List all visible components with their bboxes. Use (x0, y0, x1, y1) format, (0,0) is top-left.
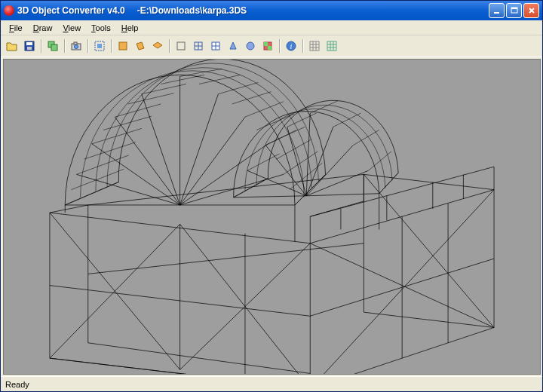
screenshot-button[interactable] (68, 38, 84, 54)
app-title: 3D Object Converter v4.0 (17, 5, 125, 16)
svg-line-45 (88, 243, 364, 274)
maximize-button[interactable] (506, 3, 522, 18)
svg-line-65 (92, 144, 180, 205)
grid-a-button[interactable] (306, 38, 323, 54)
svg-line-72 (180, 174, 284, 205)
svg-marker-5 (7, 43, 17, 51)
svg-line-75 (76, 155, 128, 174)
svg-rect-13 (74, 42, 77, 44)
view-side-button[interactable] (132, 38, 149, 54)
menu-draw[interactable]: Draw (28, 22, 58, 34)
svg-point-27 (247, 42, 254, 50)
view-front-button[interactable] (115, 38, 131, 54)
close-button[interactable] (523, 3, 539, 18)
svg-line-74 (65, 182, 118, 205)
svg-line-92 (256, 114, 294, 130)
minimize-button[interactable] (489, 3, 505, 18)
save-button[interactable] (21, 38, 38, 54)
open-button[interactable] (4, 38, 20, 54)
wireframe-button[interactable] (190, 38, 207, 54)
svg-line-91 (232, 92, 272, 104)
svg-marker-17 (137, 42, 144, 50)
svg-line-100 (287, 127, 306, 195)
view-top-button[interactable] (149, 38, 166, 54)
svg-line-78 (142, 84, 186, 94)
status-text: Ready (5, 380, 29, 389)
svg-line-71 (180, 144, 268, 205)
window-buttons (489, 3, 539, 18)
svg-line-89 (161, 75, 204, 84)
svg-line-103 (306, 145, 353, 196)
wireframe-model (4, 60, 540, 375)
grid-b-button[interactable] (324, 38, 340, 54)
titlebar: 3D Object Converter v4.0 -E:\Downloads\k… (1, 1, 542, 20)
svg-line-3 (529, 8, 534, 13)
bbox-button[interactable] (173, 38, 189, 54)
svg-line-114 (379, 173, 398, 193)
fit-view-button[interactable] (91, 38, 108, 54)
svg-rect-29 (264, 42, 268, 46)
svg-line-107 (247, 154, 280, 170)
svg-point-12 (75, 45, 78, 49)
menu-tools[interactable]: Tools (86, 22, 116, 34)
svg-rect-15 (97, 44, 102, 48)
svg-line-76 (92, 128, 142, 143)
textured-button[interactable] (259, 38, 276, 54)
svg-line-101 (306, 113, 310, 196)
svg-line-109 (287, 113, 317, 127)
svg-line-66 (115, 117, 179, 205)
app-window: 3D Object Converter v4.0 -E:\Downloads\k… (0, 0, 543, 392)
svg-line-104 (306, 170, 368, 196)
svg-rect-0 (494, 12, 499, 14)
svg-rect-1 (511, 8, 517, 13)
menubar: File Draw View Tools Help (1, 20, 542, 35)
svg-line-69 (180, 94, 219, 205)
svg-line-4 (529, 8, 534, 13)
svg-text:i: i (290, 42, 293, 51)
svg-line-97 (234, 196, 306, 198)
svg-line-112 (353, 130, 379, 145)
svg-line-81 (245, 102, 284, 117)
menu-view[interactable]: View (57, 22, 86, 34)
app-icon (4, 5, 14, 16)
svg-rect-10 (51, 44, 57, 51)
file-path: -E:\Downloads\karpa.3DS (137, 5, 247, 16)
menu-file[interactable]: File (4, 22, 28, 34)
svg-line-113 (368, 152, 391, 170)
svg-marker-18 (153, 42, 162, 48)
batch-convert-button[interactable] (44, 38, 61, 54)
statusbar: Ready (1, 376, 542, 391)
toolbar: i (1, 35, 542, 57)
hidden-line-button[interactable] (207, 38, 224, 54)
svg-rect-38 (327, 41, 336, 51)
svg-line-51 (50, 224, 180, 358)
svg-line-105 (306, 194, 379, 196)
svg-rect-2 (511, 8, 517, 9)
svg-line-99 (265, 145, 306, 196)
svg-line-111 (333, 113, 361, 127)
info-button[interactable]: i (283, 38, 299, 54)
svg-rect-19 (177, 42, 185, 50)
svg-marker-26 (230, 42, 236, 49)
flat-shade-button[interactable] (225, 38, 241, 54)
svg-line-110 (310, 101, 338, 113)
viewport-container (1, 57, 542, 376)
3d-viewport[interactable] (3, 59, 541, 375)
svg-rect-16 (119, 42, 127, 50)
svg-rect-8 (27, 47, 32, 50)
svg-rect-30 (268, 46, 272, 50)
svg-line-56 (364, 174, 494, 327)
svg-line-79 (180, 69, 222, 76)
svg-line-80 (218, 82, 258, 93)
smooth-shade-button[interactable] (242, 38, 259, 54)
svg-line-70 (180, 117, 245, 205)
svg-line-93 (277, 139, 312, 159)
svg-rect-7 (26, 42, 32, 45)
svg-rect-33 (310, 41, 319, 51)
svg-line-67 (142, 94, 180, 205)
svg-line-85 (71, 169, 124, 189)
menu-help[interactable]: Help (116, 22, 144, 34)
